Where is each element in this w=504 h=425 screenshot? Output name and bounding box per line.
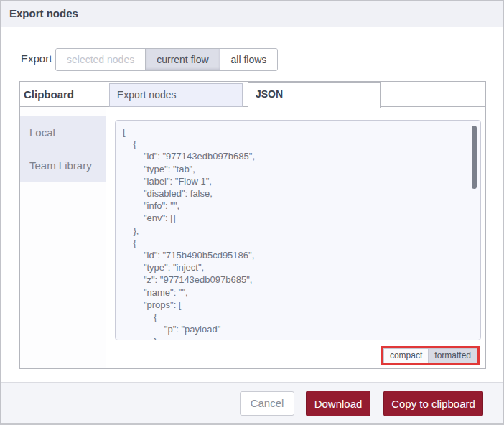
library-list: Local Team Library bbox=[20, 116, 106, 182]
export-scope-group: selected nodes current flow all flows bbox=[55, 48, 278, 71]
dialog-footer: Cancel Download Copy to clipboard bbox=[1, 382, 503, 424]
dialog-title: Export nodes bbox=[1, 1, 503, 27]
sidebar-item-local[interactable]: Local bbox=[20, 116, 106, 149]
scope-button-selected-nodes[interactable]: selected nodes bbox=[56, 49, 145, 70]
tab-export-nodes[interactable]: Export nodes bbox=[109, 83, 243, 107]
clipboard-heading: Clipboard bbox=[24, 82, 74, 107]
export-scope-label: Export bbox=[21, 52, 52, 65]
compact-button[interactable]: compact bbox=[383, 348, 428, 363]
cancel-button[interactable]: Cancel bbox=[240, 391, 294, 416]
library-sidebar: Local Team Library bbox=[20, 107, 106, 368]
formatted-button[interactable]: formatted bbox=[428, 348, 477, 363]
export-main-panel: Clipboard Export nodes JSON Local Team L… bbox=[19, 81, 486, 369]
tab-json[interactable]: JSON bbox=[248, 82, 381, 108]
copy-to-clipboard-button[interactable]: Copy to clipboard bbox=[383, 391, 483, 416]
json-export-editor[interactable]: [ { "id": "977143edb097b685", "type": "t… bbox=[115, 120, 481, 340]
scope-button-current-flow[interactable]: current flow bbox=[145, 49, 220, 70]
sidebar-item-team-library[interactable]: Team Library bbox=[20, 149, 106, 182]
export-nodes-dialog: Export nodes Export selected nodes curre… bbox=[0, 0, 504, 425]
editor-scrollbar[interactable] bbox=[472, 126, 477, 189]
scope-button-all-flows[interactable]: all flows bbox=[220, 49, 278, 70]
download-button[interactable]: Download bbox=[306, 391, 370, 416]
json-code[interactable]: [ { "id": "977143edb097b685", "type": "t… bbox=[116, 121, 480, 340]
format-toggle-highlight: compact formatted bbox=[381, 346, 480, 365]
